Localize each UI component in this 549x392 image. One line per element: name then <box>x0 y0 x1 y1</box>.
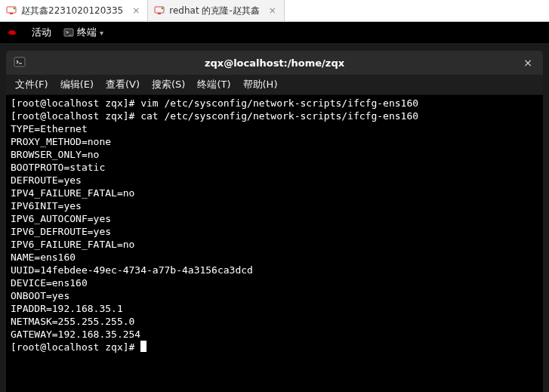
terminal-line: DEVICE=ens160 <box>11 276 538 289</box>
activities-button[interactable]: 活动 <box>26 26 57 39</box>
terminal-line: BOOTPROTO=static <box>11 161 538 174</box>
terminal-line: IPV6_FAILURE_FATAL=no <box>11 238 538 251</box>
cursor <box>140 341 147 352</box>
terminal-window: zqx@localhost:/home/zqx × 文件(F) 编辑(E) 查看… <box>6 51 543 392</box>
terminal-menubar: 文件(F) 编辑(E) 查看(V) 搜索(S) 终端(T) 帮助(H) <box>6 75 543 95</box>
vm-tab-1[interactable]: redhat 的克隆-赵其鑫× <box>148 0 284 21</box>
window-titlebar[interactable]: zqx@localhost:/home/zqx × <box>6 51 543 75</box>
terminal-line: [root@localhost zqx]# cat /etc/sysconfig… <box>11 110 538 122</box>
menu-search[interactable]: 搜索(S) <box>146 78 191 91</box>
activities-label: 活动 <box>32 26 51 39</box>
terminal-line: UUID=14febdee-49ec-4734-a77b-4a3156ca3dc… <box>11 264 538 276</box>
desktop: 活动 >_ 终端 ▾ zqx@localhost:/home/zqx × 文件(… <box>0 22 549 392</box>
terminal-output[interactable]: [root@localhost zqx]# vim /etc/sysconfig… <box>6 95 543 392</box>
close-icon[interactable]: × <box>131 5 141 16</box>
menu-view[interactable]: 查看(V) <box>100 78 146 91</box>
vm-icon <box>154 5 165 16</box>
terminal-line: ONBOOT=yes <box>11 289 538 302</box>
terminal-line: NAME=ens160 <box>11 251 538 264</box>
terminal-line: NETMASK=255.255.255.0 <box>11 315 538 328</box>
terminal-icon <box>14 56 26 70</box>
terminal-line: BROWSER_ONLY=no <box>11 148 538 161</box>
terminal-line: TYPE=Ethernet <box>11 122 538 135</box>
svg-rect-4 <box>158 13 161 14</box>
window-close-button[interactable]: × <box>520 55 535 70</box>
menu-help[interactable]: 帮助(H) <box>237 78 284 91</box>
svg-text:>_: >_ <box>66 29 72 35</box>
redhat-logo-icon <box>6 26 18 39</box>
menu-edit[interactable]: 编辑(E) <box>54 78 100 91</box>
terminal-line: [root@localhost zqx]# vim /etc/sysconfig… <box>11 97 538 110</box>
svg-rect-1 <box>10 13 13 14</box>
menu-file[interactable]: 文件(F) <box>9 78 54 91</box>
terminal-line: IPV6_AUTOCONF=yes <box>11 212 538 225</box>
vm-tab-bar: 赵其鑫2231020120335×redhat 的克隆-赵其鑫× <box>0 0 549 22</box>
svg-rect-8 <box>14 57 25 66</box>
app-menu-label: 终端 <box>77 26 97 39</box>
terminal-line: IPV6_DEFROUTE=yes <box>11 225 538 238</box>
terminal-line: DEFROUTE=yes <box>11 174 538 187</box>
terminal-line: GATEWAY=192.168.35.254 <box>11 328 538 341</box>
terminal-line: PROXY_METHOD=none <box>11 135 538 148</box>
terminal-line: IPV4_FAILURE_FATAL=no <box>11 187 538 199</box>
vm-tab-label: 赵其鑫2231020120335 <box>21 5 123 17</box>
terminal-line: IPADDR=192.168.35.1 <box>11 302 538 315</box>
terminal-icon: >_ <box>63 27 74 38</box>
vm-tab-label: redhat 的克隆-赵其鑫 <box>169 5 259 17</box>
terminal-line: IPV6INIT=yes <box>11 199 538 212</box>
app-menu[interactable]: >_ 终端 ▾ <box>57 26 109 39</box>
gnome-top-panel: 活动 >_ 终端 ▾ <box>0 22 549 43</box>
menu-terminal[interactable]: 终端(T) <box>191 78 236 91</box>
window-title: zqx@localhost:/home/zqx <box>6 57 543 69</box>
vm-tab-0[interactable]: 赵其鑫2231020120335× <box>0 0 148 21</box>
chevron-down-icon: ▾ <box>100 29 103 37</box>
vm-icon <box>6 5 17 16</box>
close-icon[interactable]: × <box>267 5 278 16</box>
terminal-line: [root@localhost zqx]# <box>11 341 538 353</box>
